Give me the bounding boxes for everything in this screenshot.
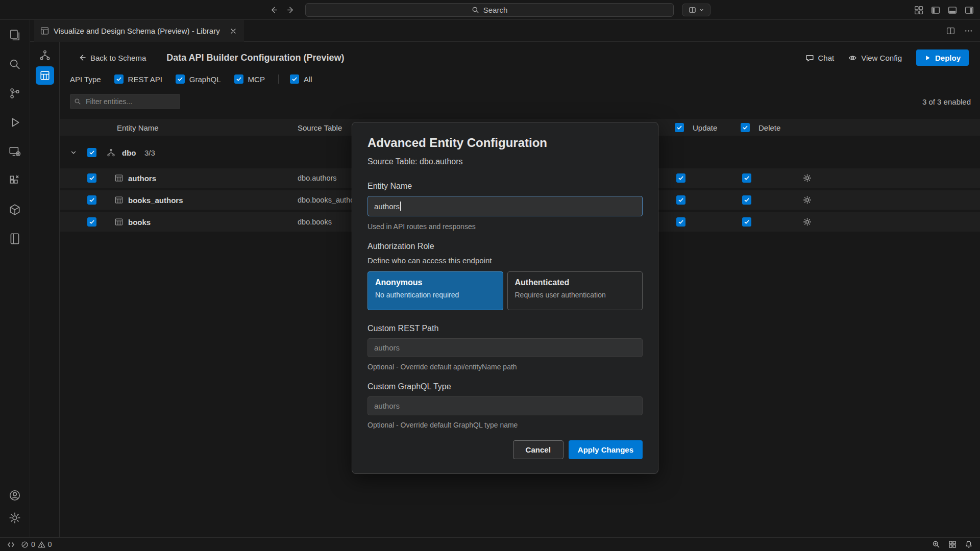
tab-visualize-design-schema[interactable]: Visualize and Design Schema (Preview) - … [34, 20, 244, 42]
dialog-actions: Cancel Apply Changes [368, 440, 643, 459]
remote-window-icon[interactable] [7, 541, 15, 548]
text-caret [400, 202, 401, 211]
delete-checkbox[interactable] [742, 173, 751, 183]
chat-icon [805, 54, 814, 62]
authorization-role-label: Authorization Role [368, 242, 643, 251]
errors-icon [21, 541, 29, 548]
role-anonymous-card[interactable]: Anonymous No authentication required [368, 271, 503, 310]
explorer-icon[interactable] [6, 26, 24, 44]
custom-rest-path-hint: Optional - Override default api/entityNa… [368, 363, 643, 371]
source-control-icon[interactable] [6, 84, 24, 103]
extensions-icon[interactable] [6, 171, 24, 190]
cancel-button[interactable]: Cancel [513, 440, 564, 459]
all-checkbox[interactable] [290, 74, 299, 84]
activity-bar [0, 20, 30, 537]
warnings-count: 0 [48, 540, 52, 548]
sql-connections-icon[interactable] [6, 142, 24, 161]
entity-name-value: authors [374, 202, 400, 211]
group-checkbox[interactable] [87, 148, 96, 157]
deploy-button[interactable]: Deploy [916, 49, 969, 66]
filter-option-all[interactable]: All [290, 74, 312, 84]
errors-count: 0 [31, 540, 35, 548]
vscode-window: Search Visualize and Design Schema (Prev… [0, 0, 980, 551]
problems-indicator[interactable]: 0 0 [21, 540, 52, 548]
table-designer-icon[interactable] [36, 66, 54, 85]
row-checkbox[interactable] [87, 173, 96, 183]
custom-graphql-type-hint: Optional - Override default GraphQL type… [368, 421, 643, 429]
update-checkbox[interactable] [676, 195, 685, 205]
mcp-checkbox[interactable] [234, 74, 243, 84]
role-authenticated-card[interactable]: Authenticated Requires user authenticati… [507, 271, 643, 310]
chevron-down-icon [699, 7, 704, 13]
toggle-panel-icon[interactable] [948, 6, 957, 15]
split-window-icon [689, 6, 696, 14]
filter-option-mcp[interactable]: MCP [234, 74, 265, 84]
search-icon[interactable] [6, 55, 24, 73]
apply-changes-button[interactable]: Apply Changes [569, 440, 643, 459]
custom-rest-path-input[interactable] [368, 338, 643, 357]
chat-button[interactable]: Chat [805, 54, 835, 62]
authorization-role-hint: Define who can access this endpoint [368, 256, 643, 265]
entity-name: authors [128, 174, 156, 183]
extensions-status-icon[interactable] [948, 540, 957, 548]
graphql-checkbox[interactable] [176, 74, 185, 84]
source-table-column-header: Source Table [298, 123, 342, 132]
page-title: Data API Builder Configuration (Preview) [166, 53, 344, 63]
entity-settings-gear-icon[interactable] [802, 195, 812, 205]
entity-filter-input[interactable] [70, 94, 180, 109]
more-actions-icon[interactable] [964, 27, 973, 35]
entity-name-input[interactable]: authors [368, 196, 643, 216]
zoom-icon[interactable] [932, 540, 940, 548]
back-arrow-icon [78, 54, 86, 62]
custom-graphql-type-input[interactable] [368, 396, 643, 415]
row-checkbox[interactable] [87, 217, 96, 227]
layout-mode-dropdown[interactable] [682, 4, 710, 16]
entity-name-column-header: Entity Name [117, 123, 159, 132]
database-projects-icon[interactable] [6, 201, 24, 219]
row-checkbox[interactable] [87, 195, 96, 205]
filter-option-graphql[interactable]: GraphQL [176, 74, 221, 84]
account-icon[interactable] [6, 486, 24, 505]
source-table: dbo.books_authors [298, 196, 360, 204]
notebooks-icon[interactable] [6, 230, 24, 248]
delete-checkbox[interactable] [742, 195, 751, 205]
schema-diagram-icon[interactable] [36, 46, 54, 64]
close-icon[interactable] [229, 27, 238, 36]
notifications-bell-icon[interactable] [965, 540, 973, 548]
entity-settings-gear-icon[interactable] [802, 217, 812, 227]
advanced-entity-config-dialog: Advanced Entity Configuration Source Tab… [352, 122, 658, 474]
run-debug-icon[interactable] [6, 113, 24, 132]
forward-arrow-icon[interactable] [286, 6, 295, 14]
view-config-button[interactable]: View Config [848, 54, 902, 62]
role-anonymous-description: No authentication required [375, 291, 496, 299]
update-checkbox[interactable] [676, 173, 685, 183]
chat-label: Chat [818, 54, 835, 62]
status-bar: 0 0 [0, 537, 980, 551]
update-checkbox[interactable] [676, 217, 685, 227]
titlebar: Search [0, 0, 980, 20]
rest-api-checkbox[interactable] [114, 74, 124, 84]
back-to-schema-link[interactable]: Back to Schema [78, 54, 146, 62]
toggle-primary-sidebar-icon[interactable] [931, 6, 940, 15]
delete-checkbox[interactable] [742, 217, 751, 227]
custom-graphql-type-label: Custom GraphQL Type [368, 382, 643, 391]
table-icon [115, 174, 123, 182]
search-bar[interactable]: Search [305, 3, 674, 17]
settings-gear-icon[interactable] [6, 509, 24, 527]
role-authenticated-description: Requires user authentication [515, 291, 635, 299]
header-actions: Chat View Config Deploy [805, 49, 969, 66]
role-options: Anonymous No authentication required Aut… [368, 271, 643, 310]
customize-layout-icon[interactable] [914, 6, 923, 15]
split-editor-icon[interactable] [946, 27, 955, 35]
eye-icon [848, 54, 857, 62]
layout-controls [914, 0, 974, 20]
source-table: dbo.authors [298, 174, 337, 182]
update-all-checkbox[interactable] [675, 123, 684, 132]
back-arrow-icon[interactable] [270, 6, 278, 14]
chevron-down-icon[interactable] [70, 149, 77, 156]
delete-all-checkbox[interactable] [741, 123, 750, 132]
api-type-filter-row: API Type REST API GraphQL MCP All [70, 74, 326, 84]
filter-option-rest-api[interactable]: REST API [114, 74, 162, 84]
entity-settings-gear-icon[interactable] [802, 173, 812, 183]
toggle-secondary-sidebar-icon[interactable] [965, 6, 974, 15]
